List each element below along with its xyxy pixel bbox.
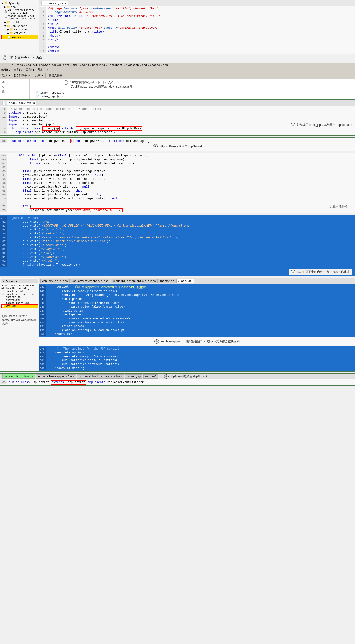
- arrow-down-icon: ▼: [4, 24, 6, 28]
- file-icon-server: 📋: [1, 299, 4, 302]
- tab9-web-xml[interactable]: web.xml: [143, 374, 158, 379]
- tree-context-xml[interactable]: 📋 context.xml: [1, 296, 38, 299]
- xml-code-block-7: 241 <servlet> ⑦ 生成jsp对应的Servlet对象的【JspSe…: [39, 284, 355, 337]
- tab-index-jsp-java[interactable]: 📄 index_jsp.java ✕: [2, 101, 36, 106]
- code-line-s4-36: 36 public abstract class HttpJspBase ext…: [0, 139, 355, 143]
- xml-line-242: 242 <servlet-name>jsp</servlet-name>: [39, 290, 355, 293]
- xml-line-253: 253 </servlet>: [39, 332, 355, 336]
- tree-tomcat-config[interactable]: ▼ 🖥 Tomcat v7.0 Server at localhost-conf…: [1, 284, 38, 290]
- code-line-2: 2 pageEncoding="UTF-8"%>: [39, 10, 355, 14]
- toolbar-label-org: 组织 ▼: [2, 74, 10, 78]
- xml-line-241: 241 <servlet> ⑦ 生成jsp对应的Servlet对象的【JspSe…: [39, 285, 355, 290]
- tree-jre[interactable]: 📚 JRE System Library [jdk1.8.0_121]: [1, 9, 38, 14]
- code-line-5: 5 <head>: [39, 22, 355, 26]
- tree-tomcat[interactable]: 🖥 Apache Tomcat v7.0 [Apache Tomcat v7.0…: [1, 14, 38, 20]
- java-filename: index_jsp.java: [40, 95, 63, 98]
- tree-catalina-policy[interactable]: 📄 catalina.policy: [1, 290, 38, 293]
- tab-web-xml[interactable]: x web.xml: [176, 279, 194, 283]
- annotation-8-label: ⑧ servlet-mapping，可以看到任何 .jsp或.jspx文件都会被…: [39, 338, 355, 345]
- code-line-7: 7 <title>Insert title here</title>: [39, 30, 355, 34]
- menu-view[interactable]: 查看(V): [14, 68, 24, 72]
- tab9-index-jsp[interactable]: index.jsp: [125, 374, 142, 379]
- toolbar-new-folder-btn[interactable]: 新建文件夹: [47, 73, 64, 78]
- code-content: 1 <%@ page language="java" contentType="…: [39, 6, 355, 54]
- section4: 36 public abstract class HttpJspBase ext…: [0, 137, 355, 152]
- tab9-jspcompilation[interactable]: JspCompilationContext.class: [77, 374, 124, 379]
- file-item-class[interactable]: 📄 index_jsp.class: [32, 91, 352, 95]
- checkbox-java[interactable]: [32, 95, 35, 98]
- file-icon-web-xml: 📋: [2, 305, 4, 308]
- tree-item-label: MyWebApp: [8, 2, 21, 5]
- server-icon: 🖥: [4, 16, 7, 19]
- menu-edit[interactable]: 编辑(E): [1, 68, 12, 72]
- checkbox-class[interactable]: [32, 92, 35, 94]
- tree-meta-inf[interactable]: ▶ 📁 META-INF: [1, 28, 38, 32]
- left-nav-panel: 关 夹 置: [0, 79, 30, 99]
- nav-label-set: 置: [1, 89, 28, 94]
- code-line-71: 71: [0, 200, 355, 204]
- tree-server-xml[interactable]: 📋 server.xml: [1, 299, 38, 302]
- servers-label: ▼ Servers: [1, 280, 38, 283]
- section3-tab-bar: 📄 index_jsp.java ✕: [0, 100, 355, 106]
- xml-line-248: 248 <init-param>: [39, 313, 355, 317]
- menu-help[interactable]: 帮助(H): [38, 68, 48, 72]
- code-line-83: 83 out.write("<!DOCTYPE html PUBLIC \"-/…: [0, 224, 355, 228]
- tree-webcontent[interactable]: ▼ 📁 WebContent: [1, 24, 38, 28]
- tab-jspservlet[interactable]: JspServlet.class: [40, 279, 69, 283]
- tree-index-jsp[interactable]: 📄 index.jsp: [1, 35, 38, 39]
- file-icon-catalina-policy: 📄: [1, 290, 4, 293]
- extends-httpservlet-highlight: extends HttpServlet: [70, 139, 105, 143]
- tree-tomcat-users[interactable]: 📋 tomcat-users.xml: [1, 302, 38, 304]
- menu-tools[interactable]: 工具(T): [26, 68, 36, 72]
- tab9-jspservlet[interactable]: JspServlet.class ✕: [2, 374, 35, 379]
- tab-index-jsp[interactable]: index.jsp: [158, 279, 176, 283]
- folder-icon: 📁: [10, 32, 13, 35]
- code-line-63: 63 final javax.servlet.jsp.PageContext p…: [0, 170, 355, 173]
- code-line-s3-13: 13 import javax.servlet.jsp.*; ③ 被编译的ind…: [0, 123, 355, 126]
- tab-jspcompilation[interactable]: JspCompilationContext.class: [111, 279, 157, 283]
- section5b: ... _jspx_out = out; 81 out.write("\r\n"…: [0, 215, 355, 276]
- code-line-1: 1 <%@ page language="java" contentType="…: [39, 6, 355, 10]
- folder-icon: 📁: [7, 21, 10, 24]
- code-line-66: 66 final javax.servlet.ServletConfig con…: [0, 181, 355, 185]
- arrow-right-icon: ▶: [7, 28, 9, 31]
- extends-highlight: org.apache.jasper.runtime.HttpJspBase: [76, 126, 142, 131]
- code-line-73: 73 response.setContentType("text/html; c…: [0, 208, 355, 212]
- code-line-90: 90 out.write("\r\n");: [0, 251, 355, 255]
- menu-bar: 编辑(E) 查看(V) 工具(T) 帮助(H): [0, 68, 355, 72]
- code-line-92: 92 out.write("</html>");: [0, 259, 355, 263]
- extends-httpservlet-s9-highlight: extends HttpServlet: [51, 380, 86, 384]
- toolbar-share-btn[interactable]: 共享 ▼: [33, 73, 46, 78]
- code-line-10: 10: [39, 42, 355, 46]
- tab-jspservletwrapper[interactable]: JspServletWrapper.class: [70, 279, 110, 283]
- xml-line-249: 249 <param-name>xpoweredBy</param-name>: [39, 317, 355, 320]
- setcontenttype-highlight: response.setContentType("text/html; char…: [30, 208, 123, 212]
- annotation-5-container: ⑤ 将JSP页面中的内容 一行一行地打印出来: [0, 268, 355, 276]
- annotation-5: ⑤ 将JSP页面中的内容 一行一行地打印出来: [289, 269, 352, 275]
- file-icon-catalina-props: 📄: [1, 293, 4, 296]
- tab9-jspservletwrapper[interactable]: JspServletWrapper.class: [36, 374, 76, 379]
- annotation-4: ④ HttpJspBase又继承自HttpServlet: [0, 143, 355, 150]
- tree-build[interactable]: ▶ 📁 build: [1, 20, 38, 24]
- tree-mywebapp[interactable]: ▼ 📁 MyWebApp: [1, 2, 38, 5]
- section9: JspServlet.class ✕ JspServletWrapper.cla…: [0, 373, 355, 386]
- file-item-java[interactable]: 📄 index_jsp.java: [32, 95, 352, 98]
- section3-code: 2 * Generated by the Jasper component of…: [0, 106, 355, 135]
- active-tab-index-jsp[interactable]: 📄 index.jsp ✕: [41, 1, 68, 5]
- xml-line-246: 246 <param-value>false</param-value>: [39, 305, 355, 309]
- xml-line-247: 247 </init-param>: [39, 309, 355, 313]
- code-line-s3-11: 11 import javax.servlet.*;: [0, 115, 355, 119]
- tree-catalina-props[interactable]: 📄 catalina.properties: [1, 293, 38, 296]
- tree-item-label: src: [11, 6, 16, 8]
- tree-web-xml[interactable]: 📋 web.xml: [1, 304, 38, 308]
- tree-item-label: WEB-INF: [14, 32, 25, 35]
- tree-web-inf[interactable]: ▶ 📁 WEB-INF: [1, 32, 38, 35]
- tree-src[interactable]: ▶ 📁 src: [1, 5, 38, 9]
- editor-tab-bar: 📄 index.jsp ✕: [39, 0, 355, 6]
- section5-code: 59 public void _jspService(final javax.s…: [0, 153, 355, 213]
- xml-line-383: 383 </servlet-mapping>: [39, 366, 355, 370]
- folder-icon: 📁: [4, 2, 8, 5]
- toolbar-include-btn[interactable]: 包含到库中 ▼: [12, 73, 32, 78]
- code-line-72: 72 try { 设置字符编码: [0, 204, 355, 208]
- folder-icon: 📁: [7, 24, 10, 28]
